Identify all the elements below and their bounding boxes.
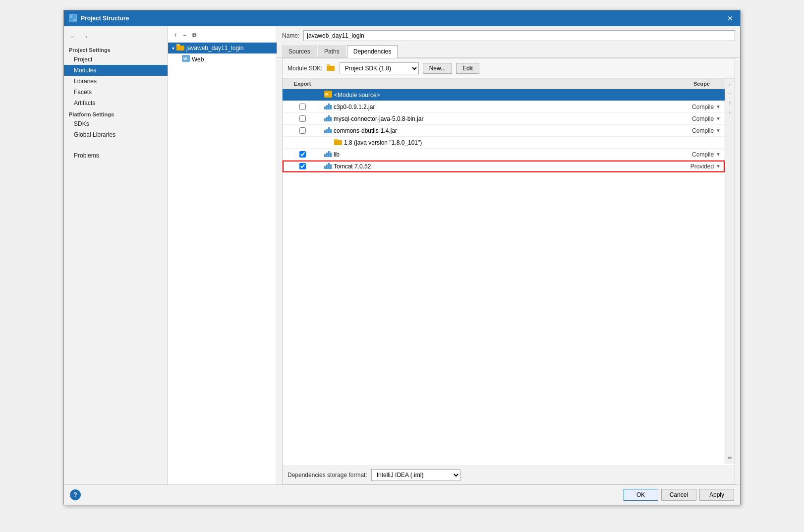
dep-checkbox-c3p0[interactable] (299, 104, 306, 110)
help-button[interactable]: ? (70, 489, 81, 500)
dialog-title: Project Structure (81, 15, 129, 22)
title-bar-left: Project Structure (69, 14, 129, 22)
dep-scope-mysql: Compile ▼ (665, 115, 725, 122)
dep-check-commons[interactable] (283, 127, 322, 134)
col-scope-header: Scope (665, 81, 725, 87)
dep-check-c3p0[interactable] (283, 104, 322, 110)
scope-dropdown-c3p0[interactable]: ▼ (716, 104, 721, 109)
dep-row-jdk[interactable]: 1.8 (java version "1.8.0_101") (283, 137, 725, 149)
svg-rect-1 (73, 15, 76, 18)
app-icon (69, 14, 77, 22)
tree-copy-button[interactable]: ⧉ (190, 30, 199, 40)
tree-sub-item-web[interactable]: W Web (168, 53, 277, 65)
svg-text:M: M (325, 92, 329, 97)
sdk-new-button[interactable]: New... (423, 63, 452, 74)
dep-name-tomcat: Tomcat 7.0.52 (322, 162, 665, 170)
sdk-label: Module SDK: (287, 65, 323, 72)
tree-remove-button[interactable]: − (180, 30, 189, 40)
dialog-body: ← → Project Settings Project Modules Lib… (64, 26, 740, 484)
dialog-footer: ? OK Cancel Apply (64, 484, 740, 505)
jar-icon-lib (324, 150, 332, 159)
tree-item-javaweb[interactable]: ▾ javaweb_day11_login (168, 43, 277, 53)
jar-icon-tomcat (324, 162, 332, 170)
dep-name-lib: lib (322, 150, 665, 159)
dep-row-lib[interactable]: lib Compile ▼ (283, 149, 725, 160)
dep-name-mysql: mysql-connector-java-5.0.8-bin.jar (322, 114, 665, 123)
cancel-button[interactable]: Cancel (661, 489, 696, 501)
expand-arrow-icon: ▾ (172, 46, 174, 51)
apply-button[interactable]: Apply (699, 489, 734, 501)
deps-table-body: M <Module source> (283, 89, 725, 464)
sdk-edit-button[interactable]: Edit (456, 63, 479, 74)
scope-dropdown-mysql[interactable]: ▼ (716, 116, 721, 121)
dep-row-module-source[interactable]: M <Module source> (283, 89, 725, 101)
tree-sub-item-label: Web (192, 56, 204, 63)
edit-dep-button[interactable]: ✏ (726, 454, 734, 462)
sidebar-item-global-libraries[interactable]: Global Libraries (64, 129, 168, 140)
dep-name-commons: commons-dbutils-1.4.jar (322, 126, 665, 135)
sidebar-item-artifacts[interactable]: Artifacts (64, 98, 168, 108)
close-button[interactable]: ✕ (725, 14, 735, 22)
dep-checkbox-tomcat[interactable] (299, 163, 306, 169)
svg-rect-3 (73, 19, 76, 21)
deps-storage-label: Dependencies storage format: (287, 472, 367, 479)
svg-rect-2 (70, 19, 72, 21)
dep-row-mysql[interactable]: mysql-connector-java-5.0.8-bin.jar Compi… (283, 113, 725, 125)
back-button[interactable]: ← (68, 32, 78, 41)
jar-icon-commons (324, 126, 332, 135)
tab-sources[interactable]: Sources (282, 45, 317, 57)
sidebar-item-libraries[interactable]: Libraries (64, 76, 168, 87)
tab-content: Module SDK: Project SDK (1.8) New... Edi… (282, 58, 735, 484)
dep-row-tomcat[interactable]: Tomcat 7.0.52 Provided ▼ (283, 160, 725, 172)
dep-checkbox-lib[interactable] (299, 151, 306, 158)
web-icon: W (182, 55, 190, 63)
dep-checkbox-commons[interactable] (299, 127, 306, 134)
sdk-folder-icon (327, 64, 335, 72)
sidebar-item-sdks[interactable]: SDKs (64, 118, 168, 129)
sdk-select[interactable]: Project SDK (1.8) (340, 62, 419, 74)
deps-storage-select[interactable]: IntelliJ IDEA (.iml) (371, 469, 460, 481)
right-panel: + − ↑ ↓ ✏ (725, 79, 735, 464)
move-up-button[interactable]: ↑ (726, 99, 734, 106)
name-label: Name: (282, 32, 299, 39)
sidebar: ← → Project Settings Project Modules Lib… (64, 26, 168, 484)
sidebar-item-problems[interactable]: Problems (64, 150, 168, 161)
svg-rect-0 (70, 15, 72, 18)
platform-settings-label: Platform Settings (64, 108, 168, 118)
sdk-icon-jdk (334, 139, 342, 147)
dep-scope-c3p0: Compile ▼ (665, 104, 725, 110)
dep-check-tomcat[interactable] (283, 163, 322, 169)
scope-dropdown-commons[interactable]: ▼ (716, 128, 721, 133)
sidebar-item-facets[interactable]: Facets (64, 87, 168, 98)
folder-icon (176, 44, 184, 52)
svg-rect-5 (176, 44, 180, 46)
name-input[interactable] (303, 30, 735, 41)
forward-button[interactable]: → (80, 32, 91, 41)
tree-add-button[interactable]: + (171, 30, 179, 40)
add-dep-button[interactable]: + (726, 81, 734, 89)
jar-icon-mysql (324, 114, 332, 123)
scope-dropdown-lib[interactable]: ▼ (716, 152, 721, 157)
svg-rect-4 (176, 46, 184, 51)
dep-check-lib[interactable] (283, 151, 322, 158)
project-settings-label: Project Settings (64, 44, 168, 54)
dep-scope-lib: Compile ▼ (665, 151, 725, 158)
tab-paths[interactable]: Paths (318, 45, 346, 57)
dep-row-c3p0[interactable]: c3p0-0.9.1.2.jar Compile ▼ (283, 101, 725, 113)
main-content: Name: Sources Paths Dependencies Mo (277, 26, 740, 484)
tab-dependencies[interactable]: Dependencies (347, 45, 398, 58)
remove-dep-button[interactable]: − (726, 90, 734, 98)
name-row: Name: (277, 26, 740, 45)
dep-check-mysql[interactable] (283, 115, 322, 122)
sidebar-item-modules[interactable]: Modules (64, 65, 168, 76)
dep-name-jdk: 1.8 (java version "1.8.0_101") (322, 139, 665, 147)
col-name-header (322, 81, 665, 87)
svg-rect-9 (327, 64, 330, 66)
scope-dropdown-tomcat[interactable]: ▼ (716, 163, 721, 169)
svg-rect-12 (334, 140, 342, 145)
sidebar-item-project[interactable]: Project (64, 54, 168, 65)
dep-checkbox-mysql[interactable] (299, 115, 306, 122)
move-down-button[interactable]: ↓ (726, 107, 734, 115)
dep-row-commons[interactable]: commons-dbutils-1.4.jar Compile ▼ (283, 125, 725, 137)
ok-button[interactable]: OK (624, 489, 658, 501)
